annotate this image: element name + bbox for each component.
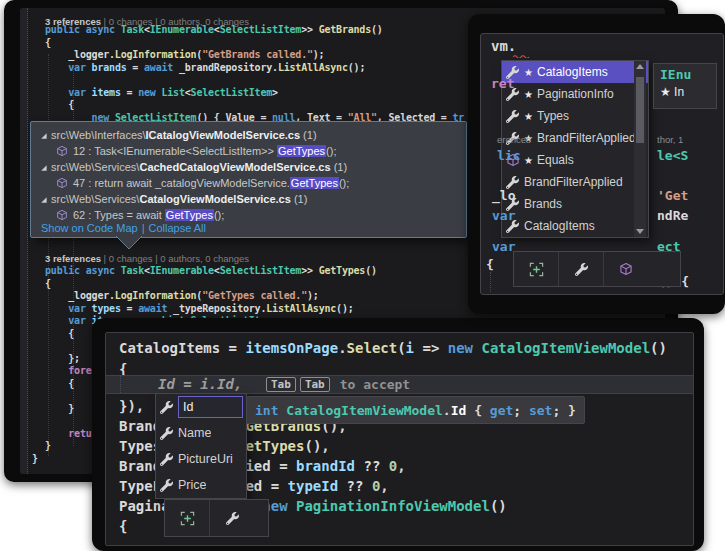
- completion-info-tooltip: IEnu ★ In: [653, 63, 717, 109]
- typed-expression[interactable]: vm.: [491, 38, 516, 54]
- getbrands-code-block: public async Task<IEnumerable<SelectList…: [45, 24, 464, 124]
- reference-result[interactable]: 62 : Types = await GetTypes();: [39, 207, 458, 223]
- accept-hint-text: to accept: [340, 377, 410, 392]
- symbol-cube-icon: [54, 144, 69, 159]
- code-line: {: [45, 278, 377, 291]
- wrench-icon: [159, 400, 174, 415]
- reference-file-group[interactable]: src\Web\Services\CatalogViewModelService…: [39, 191, 458, 207]
- completion-item-label: Name: [178, 426, 211, 440]
- signature-tooltip: int CatalogItemViewModel.Id { get; set; …: [246, 396, 585, 424]
- intellicode-completion-popup: ★CatalogItems★PaginationInfo★Types★Brand…: [501, 60, 649, 238]
- code-fragment: {: [486, 257, 494, 272]
- code-fragment: var: [492, 239, 515, 254]
- wrench-icon: [505, 109, 520, 124]
- completion-item-PictureUri[interactable]: PictureUri: [156, 446, 246, 472]
- completion-item-Name[interactable]: Name: [156, 420, 246, 446]
- code-line: var types = await _typeRepository.ListAl…: [45, 303, 377, 316]
- completion-item-label: BrandFilterApplied: [537, 131, 634, 145]
- completion-item-Price[interactable]: Price: [156, 472, 246, 498]
- tooltip-type-text: IEnu: [660, 67, 710, 82]
- expander-icon[interactable]: [39, 195, 48, 204]
- popup-callout-arrow: [115, 236, 143, 250]
- show-on-code-map-link[interactable]: Show on Code Map: [41, 222, 138, 234]
- reference-file-group[interactable]: src\Web\Services\CachedCatalogViewModelS…: [39, 159, 458, 175]
- completion-item-label: PictureUri: [178, 452, 233, 466]
- indent-guide: [120, 375, 121, 393]
- scroll-down-arrow-icon[interactable]: [636, 229, 644, 234]
- expander-filter-button[interactable]: [514, 252, 559, 286]
- completion-item-Equals[interactable]: ★Equals: [502, 149, 648, 171]
- expander-icon[interactable]: [39, 131, 48, 140]
- code-line: public async Task<IEnumerable<SelectList…: [45, 265, 377, 278]
- completion-item-Id[interactable]: Id: [156, 394, 246, 420]
- expander-filter-button[interactable]: [165, 500, 210, 536]
- completion-item-label: BrandFilterApplied: [524, 175, 623, 189]
- match-highlight: GetTypes: [165, 209, 214, 221]
- completion-item-PaginationInfo[interactable]: ★PaginationInfo: [502, 83, 648, 105]
- error-squiggle: [513, 54, 529, 58]
- scroll-up-arrow-icon[interactable]: [636, 64, 644, 69]
- tooltip-star-text: ★ In: [660, 85, 710, 99]
- code-fragment: _lo: [492, 188, 515, 203]
- code-line: CatalogItems = itemsOnPage.Select(i => n…: [119, 338, 667, 359]
- code-line: var brands = await _brandRepository.List…: [45, 62, 464, 75]
- vm-editor-window[interactable]: vm. new SelectListItem() { ★CatalogItems…: [480, 33, 724, 295]
- intellicode-suggestion-band[interactable]: Id = i.Id, Tab Tab to accept: [106, 375, 693, 394]
- completion-item-Brands[interactable]: Brands: [502, 193, 648, 215]
- code-fragment: lic: [497, 148, 520, 163]
- completion-item-label: CatalogItems: [537, 65, 608, 79]
- file-path: src\Web\Services\CatalogViewModelService…: [51, 193, 307, 205]
- collapse-all-link[interactable]: Collapse All: [148, 222, 205, 234]
- wrench-icon: [159, 452, 174, 467]
- file-path: src\Web\Services\CachedCatalogViewModelS…: [51, 161, 347, 173]
- completion-scrollbar[interactable]: [634, 61, 646, 237]
- editor-gutter: [20, 8, 28, 474]
- reference-result[interactable]: 47 : return await _catalogViewModelServi…: [39, 175, 458, 191]
- completion-item-label: PaginationInfo: [537, 87, 614, 101]
- intellicode-star-icon: ★: [524, 67, 533, 78]
- wrench-filter-button[interactable]: [210, 500, 254, 536]
- tab-key-badge: Tab: [300, 377, 330, 392]
- suggested-code-text: Id = i.Id,: [158, 376, 242, 392]
- completion-item-Types[interactable]: ★Types: [502, 105, 648, 127]
- tab-key-badge: Tab: [266, 377, 296, 392]
- code-fragment: erences: [497, 134, 531, 145]
- wrench-icon: [159, 426, 174, 441]
- reference-result[interactable]: 12 : Task<IEnumerable<SelectListItem>> G…: [39, 143, 458, 159]
- reference-file-group[interactable]: src\Web\Interfaces\ICatalogViewModelServ…: [39, 127, 458, 143]
- reference-results-list: src\Web\Interfaces\ICatalogViewModelServ…: [39, 127, 458, 223]
- completion-item-label: Types: [537, 109, 569, 123]
- reference-line: 62 : Types = await GetTypes();: [73, 209, 224, 221]
- wrench-filter-button[interactable]: [559, 252, 604, 286]
- expander-icon[interactable]: [39, 163, 48, 172]
- scrollbar-thumb[interactable]: [636, 77, 644, 143]
- tab-hint: Tab Tab to accept: [266, 376, 410, 393]
- completion-item-CatalogItems[interactable]: CatalogItems: [502, 215, 648, 237]
- screenshot-stage: 3 references | 0 changes | 0 authors, 0 …: [0, 0, 725, 551]
- reference-popup-links: Show on Code Map|Collapse All: [41, 222, 206, 234]
- catalogitems-code-top: CatalogItems = itemsOnPage.Select(i => n…: [119, 338, 667, 380]
- code-fragment: ret: [491, 76, 514, 91]
- class-closing-brace: }: [32, 453, 38, 464]
- member-completion-popup: IdNamePictureUriPrice: [155, 393, 247, 499]
- code-line: {: [45, 37, 464, 50]
- intellicode-star-icon: ★: [524, 89, 533, 100]
- completion-item-CatalogItems[interactable]: ★CatalogItems: [502, 61, 648, 83]
- code-fragment: ndRe: [657, 208, 688, 223]
- completion-item-BrandFilterApplied[interactable]: BrandFilterApplied: [502, 171, 648, 193]
- reference-line: 47 : return await _catalogViewModelServi…: [73, 177, 349, 189]
- symbol-cube-icon: [54, 176, 69, 191]
- code-line: var items = new List<SelectListItem>: [45, 87, 464, 100]
- code-line: _logger.LogInformation("GetBrands called…: [45, 49, 464, 62]
- completion-filter-toolbar: [513, 251, 681, 287]
- cube-filter-button[interactable]: [604, 252, 648, 286]
- code-line: _logger.LogInformation("GetTypes called.…: [45, 290, 377, 303]
- completion-item-label: Brands: [524, 197, 562, 211]
- code-fragment: thor, 1: [657, 134, 683, 145]
- code-line: public async Task<IEnumerable<SelectList…: [45, 24, 464, 37]
- object-initializer-editor-window[interactable]: CatalogItems = itemsOnPage.Select(i => n…: [105, 332, 694, 546]
- completion-item-label: Equals: [537, 153, 574, 167]
- codelens-gettypes[interactable]: 3 references | 0 changes | 0 authors, 0 …: [45, 253, 249, 264]
- match-highlight: GetTypes: [277, 145, 326, 157]
- find-all-references-popup: src\Web\Interfaces\ICatalogViewModelServ…: [30, 121, 467, 238]
